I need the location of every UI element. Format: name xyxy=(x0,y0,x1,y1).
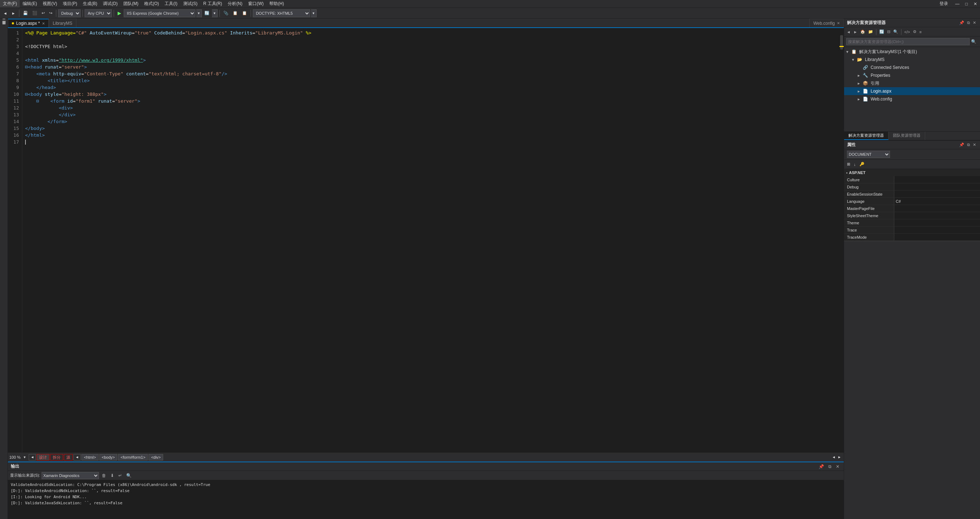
save-button[interactable]: 💾 xyxy=(21,9,30,18)
tree-login-aspx[interactable]: ► 📄 Login.aspx xyxy=(844,87,980,95)
code-content[interactable]: <%@ Page Language="C#" AutoEventWireup="… xyxy=(22,28,840,452)
bc-html[interactable]: <html> xyxy=(81,454,99,460)
prop-key-btn[interactable]: 🔑 xyxy=(858,161,866,168)
platform-select[interactable]: Any CPU xyxy=(84,10,112,17)
window-minimize[interactable]: — xyxy=(952,1,963,7)
prop-sort-alpha-btn[interactable]: ↓ xyxy=(852,161,858,168)
save-all-button[interactable]: ⬛ xyxy=(30,9,39,18)
scroll-end-right[interactable]: ► xyxy=(837,455,842,460)
se-search-btn[interactable]: 🔍 xyxy=(970,39,978,44)
output-find-btn[interactable]: 🔍 xyxy=(125,473,133,478)
menu-project[interactable]: 项目(P) xyxy=(60,0,80,8)
tree-solution[interactable]: ▼ 📋 解决方案'LibraryMS'(1 个项目) xyxy=(844,48,980,56)
menu-format[interactable]: 格式(O) xyxy=(141,0,162,8)
scroll-indicator[interactable] xyxy=(840,28,844,452)
se-prop-btn[interactable]: ⚙ xyxy=(912,29,918,34)
output-close-btn[interactable]: ✕ xyxy=(834,464,841,469)
login-button[interactable]: 登录 xyxy=(935,0,952,8)
window-close[interactable]: ✕ xyxy=(970,1,980,7)
prop-value-sst[interactable] xyxy=(894,212,980,219)
prop-sort-cat-btn[interactable]: ⊞ xyxy=(846,161,852,168)
tree-project[interactable]: ▼ 📂 LibraryMS xyxy=(844,56,980,64)
clipboard2-button[interactable]: 📋 xyxy=(240,9,249,18)
menu-debug[interactable]: 调试(D) xyxy=(100,0,121,8)
prop-pin-btn[interactable]: 📌 xyxy=(958,142,965,147)
prop-value-trace[interactable] xyxy=(894,227,980,233)
menu-edit[interactable]: 编辑(E) xyxy=(20,0,40,8)
menu-build[interactable]: 生成(B) xyxy=(80,0,100,8)
output-scroll-btn[interactable]: ⬇ xyxy=(109,473,116,478)
doctype-select[interactable]: DOCTYPE: XHTML5 xyxy=(253,10,310,17)
se-filter-btn[interactable]: 🔍 xyxy=(892,29,899,34)
clipboard-button[interactable]: 📋 xyxy=(231,9,240,18)
prop-value-debug[interactable] xyxy=(894,184,980,190)
scroll-end-left[interactable]: ◄ xyxy=(831,455,837,460)
se-tab-solution[interactable]: 解决方案资源管理器 xyxy=(844,132,889,140)
tab-webconfig-close[interactable]: ✕ xyxy=(837,21,840,25)
run-button[interactable]: ▶ xyxy=(116,9,123,18)
se-pin-btn[interactable]: 📌 xyxy=(958,21,965,25)
se-collapse-btn[interactable]: ⊟ xyxy=(886,29,891,34)
properties-type-select[interactable]: DOCUMENT xyxy=(847,151,890,158)
zoom-arrow[interactable]: ▼ xyxy=(21,453,28,462)
aspnet-section-header[interactable]: ▪ ASP.NET xyxy=(844,169,980,176)
output-source-select[interactable]: Xamarin Diagnostics xyxy=(41,472,99,479)
left-toolbar-item-1[interactable]: 工具箱 xyxy=(1,20,7,24)
output-wrap-btn[interactable]: ↵ xyxy=(117,473,123,478)
refresh-button[interactable]: 🔄 xyxy=(203,9,211,18)
output-clear-btn[interactable]: 🗑 xyxy=(100,473,108,478)
refresh-arrow[interactable]: ▼ xyxy=(212,10,218,17)
window-maximize[interactable]: □ xyxy=(963,1,970,7)
se-close-btn[interactable]: ✕ xyxy=(972,21,977,25)
nav-left-btn[interactable]: ◄ xyxy=(73,454,81,460)
output-pin-btn[interactable]: 📌 xyxy=(817,464,826,469)
se-back-btn[interactable]: ◄ xyxy=(846,30,852,34)
left-toolbar-item-2[interactable]: 服务器资源管理器 xyxy=(1,25,7,29)
attach-button[interactable]: 📎 xyxy=(221,9,230,18)
se-show-all-btn[interactable]: 📁 xyxy=(867,29,874,34)
se-code-btn[interactable]: </> xyxy=(903,30,911,34)
prop-value-ess[interactable] xyxy=(894,191,980,197)
bc-form[interactable]: <form#form1> xyxy=(118,454,148,460)
output-float-btn[interactable]: ⧉ xyxy=(827,464,833,469)
menu-r-tools[interactable]: R 工具(R) xyxy=(200,0,225,8)
prop-float-btn[interactable]: ⧉ xyxy=(966,142,971,147)
prop-value-mpf[interactable] xyxy=(894,205,980,212)
menu-view[interactable]: 视图(V) xyxy=(40,0,60,8)
tab-libraryms[interactable]: LibraryMS xyxy=(49,19,76,27)
doctype-arrow[interactable]: ▼ xyxy=(311,10,317,17)
tree-connected-services[interactable]: 🔗 Connected Services xyxy=(844,64,980,72)
tab-login-aspx[interactable]: Login.aspx * ✕ xyxy=(8,19,49,27)
source-view-btn[interactable]: 源 xyxy=(64,454,73,460)
tree-web-config[interactable]: ► 📄 Web.config xyxy=(844,95,980,103)
back-button[interactable]: ◄ xyxy=(2,9,9,18)
se-tab-team[interactable]: 团队资源管理器 xyxy=(889,132,925,140)
tree-references[interactable]: ► 📦 引用 xyxy=(844,79,980,87)
prop-value-culture[interactable] xyxy=(894,176,980,183)
menu-tools[interactable]: 工具(I) xyxy=(162,0,180,8)
menu-file[interactable]: 文件(F) xyxy=(0,0,20,8)
run-config-arrow[interactable]: ▼ xyxy=(196,10,202,17)
menu-team[interactable]: 团队(M) xyxy=(121,0,141,8)
se-refresh-btn[interactable]: 🔄 xyxy=(878,29,885,34)
menu-help[interactable]: 帮助(H) xyxy=(266,0,287,8)
bc-div[interactable]: <div> xyxy=(148,454,163,460)
debug-config-select[interactable]: Debug xyxy=(58,10,81,17)
menu-analyze[interactable]: 分析(N) xyxy=(225,0,245,8)
run-config-select[interactable]: IIS Express (Google Chrome) xyxy=(124,10,196,17)
tab-login-close[interactable]: ✕ xyxy=(42,22,45,26)
redo-button[interactable]: ↪ xyxy=(47,9,54,18)
tree-properties[interactable]: ► 🔧 Properties xyxy=(844,72,980,79)
se-home-btn[interactable]: 🏠 xyxy=(859,29,866,34)
se-float-btn[interactable]: ⧉ xyxy=(966,21,971,25)
split-view-btn[interactable]: 拆分 xyxy=(50,454,63,460)
se-forward-btn[interactable]: ► xyxy=(852,30,858,34)
design-view-btn[interactable]: 设计 xyxy=(37,454,49,460)
scroll-left-btn[interactable]: ◄ xyxy=(29,454,36,460)
code-editor[interactable]: 1234 5678 9101112 13141516 17 <%@ Page L… xyxy=(8,28,844,452)
menu-test[interactable]: 测试(S) xyxy=(180,0,200,8)
undo-button[interactable]: ↩ xyxy=(40,9,47,18)
forward-button[interactable]: ► xyxy=(10,9,17,18)
prop-value-theme[interactable] xyxy=(894,219,980,226)
prop-close-btn[interactable]: ✕ xyxy=(972,142,977,147)
